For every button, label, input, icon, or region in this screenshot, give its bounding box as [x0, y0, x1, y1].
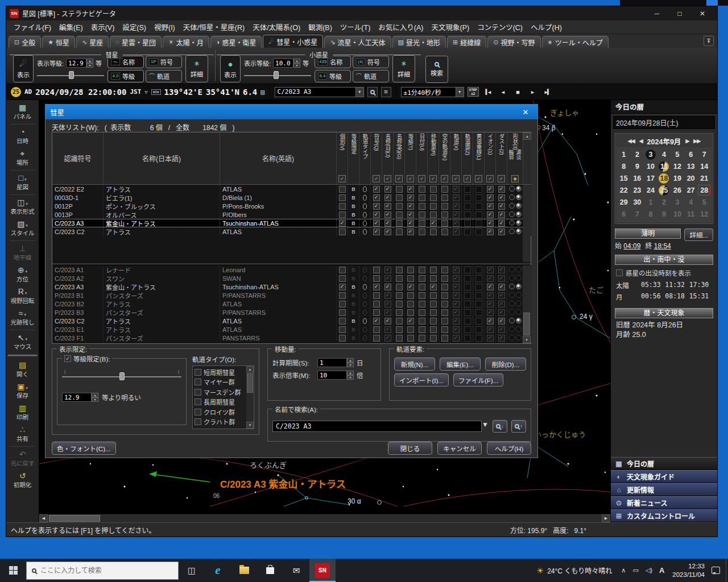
- row-checkbox[interactable]: [430, 267, 437, 273]
- row-checkbox[interactable]: ✓: [487, 203, 494, 210]
- row-checkbox[interactable]: ✓: [498, 186, 505, 193]
- select-all-軌道面(Z)-icon[interactable]: ✓: [464, 175, 471, 182]
- row-checkbox[interactable]: ✓: [453, 318, 460, 325]
- shape-shading-radio[interactable]: [516, 318, 522, 323]
- column-等級限定[interactable]: 等級限定: [348, 132, 359, 184]
- row-checkbox[interactable]: [430, 228, 437, 235]
- keyboard-icon[interactable]: ▤: [260, 88, 264, 96]
- comet-row-P/2023 B1[interactable]: P/2023 B1パンスターズP/PANSTARRSB✓✓✓✓: [52, 291, 531, 300]
- row-checkbox[interactable]: [475, 284, 482, 290]
- row-checkbox[interactable]: [441, 267, 448, 273]
- row-checkbox[interactable]: ✓: [407, 186, 414, 193]
- row-checkbox[interactable]: [407, 292, 414, 299]
- column-個別(V)[interactable]: 個別(V)✓: [337, 132, 348, 184]
- column-軌道(X)[interactable]: 軌道(X)✓: [450, 132, 462, 184]
- column-name-jp[interactable]: 名称(日本語): [104, 132, 220, 184]
- shape-outline-radio[interactable]: [509, 292, 515, 298]
- select-all-等級(T)-icon[interactable]: ✓: [407, 175, 414, 182]
- row-checkbox[interactable]: [430, 203, 437, 210]
- row-checkbox[interactable]: ✓: [487, 284, 494, 290]
- row-checkbox[interactable]: ✓: [373, 318, 380, 325]
- row-checkbox[interactable]: ✓: [498, 275, 505, 282]
- row-checkbox[interactable]: ✓: [339, 220, 346, 227]
- sidebar-item-mouse-mode[interactable]: ↖▾マウス: [6, 331, 39, 353]
- sidebar-item-display-format[interactable]: ◫▾表示形式: [6, 196, 39, 218]
- row-checkbox[interactable]: [339, 335, 346, 342]
- twilight-detail-button[interactable]: 詳細...: [684, 228, 713, 241]
- sidebar-item-panel[interactable]: ▦パネル: [6, 101, 39, 123]
- network-icon[interactable]: ▭: [629, 567, 642, 574]
- step-x2-button[interactable]: STEPx2: [468, 87, 479, 97]
- calendar-day-28[interactable]: 28: [697, 184, 711, 196]
- row-checkbox[interactable]: [441, 326, 448, 333]
- row-checkbox[interactable]: [373, 275, 380, 282]
- row-checkbox[interactable]: [464, 275, 471, 282]
- comet-row-C/2023 A3[interactable]: C/2023 A3紫金山・アトラスTsuchinshan-ATLAS✓B✓✓✓✓…: [52, 282, 531, 291]
- row-checkbox[interactable]: [419, 203, 425, 210]
- time-step-combo[interactable]: ±1分40秒/秒 ▼: [401, 87, 464, 97]
- datetime-display[interactable]: 2024/09/28 22:00:00: [35, 88, 126, 97]
- row-checkbox[interactable]: ✓: [453, 228, 460, 235]
- calendar-day-9[interactable]: 9: [657, 208, 671, 220]
- chart-horizontal-scrollbar[interactable]: ◀ ▶: [39, 514, 610, 522]
- shape-shading-radio[interactable]: [516, 275, 522, 281]
- row-checkbox[interactable]: [373, 267, 380, 273]
- row-checkbox[interactable]: [339, 301, 346, 307]
- shape-outline-radio[interactable]: [509, 326, 515, 332]
- row-checkbox[interactable]: ✓: [498, 211, 505, 218]
- shape-shading-radio[interactable]: [516, 228, 522, 234]
- row-checkbox[interactable]: [475, 275, 482, 282]
- comet-row-0003D-1[interactable]: 0003D-1ビエラ(1)D/Biela (1)B✓✓✓✓✓✓: [52, 193, 531, 202]
- shape-radios[interactable]: [508, 275, 522, 282]
- row-checkbox[interactable]: ✓: [453, 267, 460, 273]
- shape-radios[interactable]: [508, 292, 522, 299]
- select-all-空の軌道(K)-icon[interactable]: ✓: [441, 175, 448, 182]
- row-checkbox[interactable]: [441, 309, 448, 316]
- calendar-day-5[interactable]: 5: [697, 196, 711, 208]
- row-checkbox[interactable]: ✓: [498, 326, 505, 333]
- comet-code-button[interactable]: 1P符号: [146, 56, 182, 68]
- row-checkbox[interactable]: [430, 318, 437, 325]
- shape-outline-radio[interactable]: [509, 267, 515, 272]
- comet-row-C/2023 A2[interactable]: C/2023 A2スワンSWANB✓✓✓✓: [52, 274, 531, 282]
- row-checkbox[interactable]: ✓: [453, 309, 460, 316]
- column-軌道面(Z)[interactable]: 軌道面(Z)✓: [462, 132, 473, 184]
- row-checkbox[interactable]: [339, 326, 346, 333]
- taskbar-clock[interactable]: 12:33 2023/11/04: [668, 562, 709, 579]
- row-checkbox[interactable]: [464, 292, 471, 299]
- row-checkbox[interactable]: ✓: [384, 318, 391, 325]
- shape-radios[interactable]: [508, 267, 522, 273]
- row-checkbox[interactable]: ✓: [498, 228, 505, 235]
- sidebar-item-datetime[interactable]: ◔日時: [6, 126, 39, 147]
- row-checkbox[interactable]: [373, 309, 380, 316]
- show-desktop-button[interactable]: [726, 559, 728, 582]
- asteroid-mag-slider[interactable]: [244, 71, 311, 79]
- row-checkbox[interactable]: ✓: [384, 186, 391, 193]
- calendar-day-4[interactable]: 4: [684, 196, 698, 208]
- orbit-type-option[interactable]: マイヤー群: [195, 377, 246, 388]
- row-checkbox[interactable]: ✓: [373, 228, 380, 235]
- menu-item[interactable]: 観測(B): [304, 20, 336, 34]
- prev-year-button[interactable]: ◀◀: [628, 138, 635, 144]
- row-checkbox[interactable]: [441, 292, 448, 299]
- panel-button-更新情報[interactable]: ⌂更新情報: [611, 483, 717, 496]
- select-all-黄道垂線(L)-icon[interactable]: ✓: [475, 175, 482, 182]
- row-checkbox[interactable]: ✓: [407, 228, 414, 235]
- row-checkbox[interactable]: [396, 228, 403, 235]
- row-checkbox[interactable]: ✓: [498, 220, 505, 227]
- table-scrollbar[interactable]: ▲: [523, 132, 531, 184]
- row-checkbox[interactable]: [441, 301, 448, 307]
- select-all-名称(日)(J)-icon[interactable]: ✓: [384, 175, 391, 182]
- row-checkbox[interactable]: [475, 203, 482, 210]
- calendar-day-8[interactable]: 8: [617, 160, 631, 172]
- row-checkbox[interactable]: [419, 267, 425, 273]
- sidebar-item-undo[interactable]: ↶元に戻す: [6, 448, 39, 469]
- close-dialog-button[interactable]: 閉じる: [388, 442, 432, 455]
- row-checkbox[interactable]: ✓: [487, 309, 494, 316]
- target-list-button[interactable]: ≡: [381, 87, 391, 97]
- row-checkbox[interactable]: [407, 335, 414, 342]
- row-checkbox[interactable]: [396, 301, 403, 307]
- comet-magnitude-button[interactable]: 4.0等級: [107, 70, 144, 82]
- row-checkbox[interactable]: [396, 284, 403, 290]
- select-all-名称(英)(G)-icon[interactable]: ✓: [395, 175, 403, 182]
